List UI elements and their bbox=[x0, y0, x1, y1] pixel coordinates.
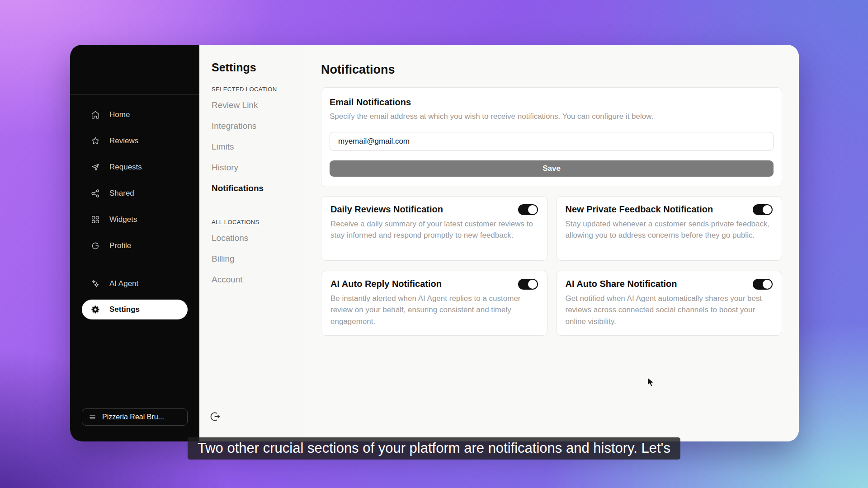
toggle-card-description: Get notified when AI Agent automatically… bbox=[566, 293, 773, 328]
ai-auto-share-notification-card: AI Auto Share Notification Get notified … bbox=[556, 271, 783, 336]
toggle-card-description: Receive a daily summary of your latest c… bbox=[330, 218, 538, 241]
logout-icon bbox=[209, 411, 221, 422]
sidebar-item-label: Home bbox=[109, 110, 130, 119]
subnav-item-integrations[interactable]: Integrations bbox=[212, 116, 304, 136]
home-icon bbox=[90, 110, 100, 120]
subnav-item-notifications[interactable]: Notifications bbox=[212, 178, 304, 199]
subnav-gap bbox=[212, 199, 304, 207]
toggle-card-description: Be instantly alerted when AI Agent repli… bbox=[330, 293, 538, 328]
sidebar-item-ai-agent[interactable]: AI Agent bbox=[82, 271, 188, 297]
send-icon bbox=[90, 162, 100, 172]
subnav-item-history[interactable]: History bbox=[212, 157, 304, 178]
share-icon bbox=[90, 188, 100, 198]
primary-sidebar: Home Reviews Requests Shared Widgets bbox=[70, 45, 199, 441]
sidebar-item-label: Requests bbox=[109, 163, 142, 172]
toggle-card-title: AI Auto Share Notification bbox=[566, 279, 677, 289]
email-card-description: Specify the email address at which you w… bbox=[330, 111, 774, 122]
private-feedback-toggle[interactable] bbox=[753, 204, 773, 215]
settings-subnav: Settings SELECTED LOCATION Review Link I… bbox=[199, 45, 304, 441]
toggle-card-description: Stay updated whenever a customer sends p… bbox=[566, 218, 773, 241]
subnav-item-locations[interactable]: Locations bbox=[212, 228, 304, 249]
subnav-item-limits[interactable]: Limits bbox=[212, 136, 304, 157]
sidebar-item-settings[interactable]: Settings bbox=[82, 300, 188, 319]
subnav-items: Review Link Integrations Limits History … bbox=[212, 95, 304, 199]
logo-area bbox=[70, 45, 199, 95]
daily-reviews-notification-card: Daily Reviews Notification Receive a dai… bbox=[321, 196, 547, 261]
sidebar-item-home[interactable]: Home bbox=[82, 102, 188, 128]
email-card-title: Email Notifications bbox=[330, 97, 774, 108]
star-icon bbox=[90, 136, 100, 146]
location-name: Pizzeria Real Bru... bbox=[102, 413, 164, 421]
location-switcher-button[interactable]: Pizzeria Real Bru... bbox=[82, 408, 188, 426]
toggle-card-title: Daily Reviews Notification bbox=[330, 204, 443, 215]
subnav-item-billing[interactable]: Billing bbox=[212, 249, 304, 269]
subnav-items: Locations Billing Account bbox=[212, 228, 304, 290]
hamburger-icon bbox=[89, 413, 96, 421]
toggle-knob bbox=[763, 205, 772, 214]
ai-auto-reply-notification-card: AI Auto Reply Notification Be instantly … bbox=[321, 271, 547, 336]
sidebar-item-requests[interactable]: Requests bbox=[82, 154, 188, 180]
toggle-card-title: New Private Feedback Notification bbox=[566, 204, 713, 215]
sidebar-item-label: Widgets bbox=[109, 215, 137, 224]
sparkles-icon bbox=[90, 279, 100, 289]
save-button[interactable]: Save bbox=[330, 160, 774, 177]
daily-reviews-toggle[interactable] bbox=[518, 204, 538, 215]
sidebar-item-profile[interactable]: Profile bbox=[82, 233, 188, 259]
gear-icon bbox=[90, 305, 100, 314]
ai-auto-reply-toggle[interactable] bbox=[518, 279, 538, 290]
g-profile-icon bbox=[90, 241, 100, 251]
sidebar-item-shared[interactable]: Shared bbox=[82, 180, 188, 206]
sidebar-item-reviews[interactable]: Reviews bbox=[82, 128, 188, 154]
app-window: Home Reviews Requests Shared Widgets bbox=[70, 45, 799, 441]
toggle-knob bbox=[528, 205, 537, 214]
video-caption: Two other crucial sections of your platf… bbox=[188, 437, 680, 460]
sidebar-item-label: Settings bbox=[109, 305, 140, 314]
subnav-item-review-link[interactable]: Review Link bbox=[212, 95, 304, 116]
desktop-background: Home Reviews Requests Shared Widgets bbox=[0, 0, 868, 488]
subnav-title: Settings bbox=[212, 61, 304, 74]
toggle-knob bbox=[528, 280, 537, 289]
widgets-icon bbox=[90, 215, 100, 225]
email-notifications-card: Email Notifications Specify the email ad… bbox=[321, 87, 782, 187]
sidebar-item-widgets[interactable]: Widgets bbox=[82, 206, 188, 233]
section-label-selected-location: SELECTED LOCATION bbox=[212, 86, 304, 93]
toggle-knob bbox=[763, 280, 772, 289]
ai-auto-share-toggle[interactable] bbox=[753, 279, 773, 290]
notification-toggle-grid: Daily Reviews Notification Receive a dai… bbox=[321, 196, 782, 336]
primary-nav: Home Reviews Requests Shared Widgets bbox=[70, 95, 199, 259]
sidebar-item-label: Profile bbox=[109, 241, 131, 250]
email-input[interactable] bbox=[330, 132, 774, 151]
main-content: Notifications Email Notifications Specif… bbox=[304, 45, 799, 441]
sidebar-item-label: Shared bbox=[109, 189, 134, 198]
toggle-card-title: AI Auto Reply Notification bbox=[330, 279, 442, 289]
sidebar-item-label: AI Agent bbox=[109, 279, 138, 288]
secondary-nav: AI Agent Settings bbox=[70, 266, 199, 319]
page-title: Notifications bbox=[321, 63, 782, 77]
subnav-item-account[interactable]: Account bbox=[212, 269, 304, 290]
private-feedback-notification-card: New Private Feedback Notification Stay u… bbox=[556, 196, 783, 261]
logout-button[interactable] bbox=[209, 411, 221, 422]
sidebar-item-label: Reviews bbox=[109, 136, 138, 145]
sidebar-spacer bbox=[70, 330, 199, 408]
section-label-all-locations: ALL LOCATIONS bbox=[212, 219, 304, 225]
